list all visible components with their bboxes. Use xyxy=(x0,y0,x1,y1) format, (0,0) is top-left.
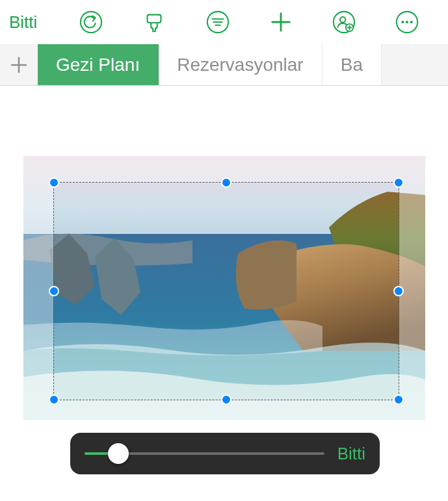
tab-label: Rezervasyonlar xyxy=(177,55,304,75)
tab-gezi-plani[interactable]: Gezi Planı xyxy=(38,44,159,85)
coastal-cliffs-photo xyxy=(23,156,425,420)
top-toolbar: Bitti xyxy=(0,0,448,44)
slider-thumb[interactable] xyxy=(108,443,129,464)
share-button[interactable] xyxy=(330,8,358,36)
mask-tool-bar: Bitti xyxy=(70,433,380,474)
toolbar-icons-group xyxy=(55,8,439,36)
tab-label: Ba xyxy=(341,55,363,75)
svg-point-15 xyxy=(410,21,413,23)
svg-point-13 xyxy=(402,21,404,23)
crop-handle-s[interactable] xyxy=(221,394,231,405)
plus-icon xyxy=(9,55,29,75)
tab-truncated[interactable]: Ba xyxy=(323,44,382,85)
svg-point-0 xyxy=(81,12,101,32)
more-button[interactable] xyxy=(393,8,421,36)
crop-handle-ne[interactable] xyxy=(393,177,404,188)
document-canvas: Bitti xyxy=(0,86,448,501)
crop-handle-e[interactable] xyxy=(393,286,404,296)
svg-point-8 xyxy=(340,17,346,23)
sheet-tabs: Gezi Planı Rezervasyonlar Ba xyxy=(0,44,448,86)
undo-icon xyxy=(79,10,103,34)
filter-button[interactable] xyxy=(204,8,232,36)
add-button[interactable] xyxy=(267,8,295,36)
selected-image[interactable] xyxy=(23,156,425,420)
share-person-icon xyxy=(332,10,356,34)
filter-icon xyxy=(205,10,230,34)
crop-handle-w[interactable] xyxy=(49,286,59,296)
tab-rezervasyonlar[interactable]: Rezervasyonlar xyxy=(159,44,323,85)
format-button[interactable] xyxy=(140,8,168,36)
done-button[interactable]: Bitti xyxy=(9,12,46,32)
crop-handle-se[interactable] xyxy=(393,394,404,405)
more-icon xyxy=(395,10,419,34)
tab-label: Gezi Planı xyxy=(56,55,140,75)
format-brush-icon xyxy=(142,10,166,34)
add-sheet-button[interactable] xyxy=(0,44,38,85)
mask-done-button[interactable]: Bitti xyxy=(337,444,365,464)
crop-handle-nw[interactable] xyxy=(49,177,59,188)
svg-point-14 xyxy=(406,21,408,23)
mask-zoom-slider[interactable] xyxy=(85,446,324,461)
crop-handle-sw[interactable] xyxy=(49,394,59,405)
crop-handle-n[interactable] xyxy=(221,177,231,188)
undo-button[interactable] xyxy=(77,8,105,36)
plus-icon xyxy=(269,10,293,34)
